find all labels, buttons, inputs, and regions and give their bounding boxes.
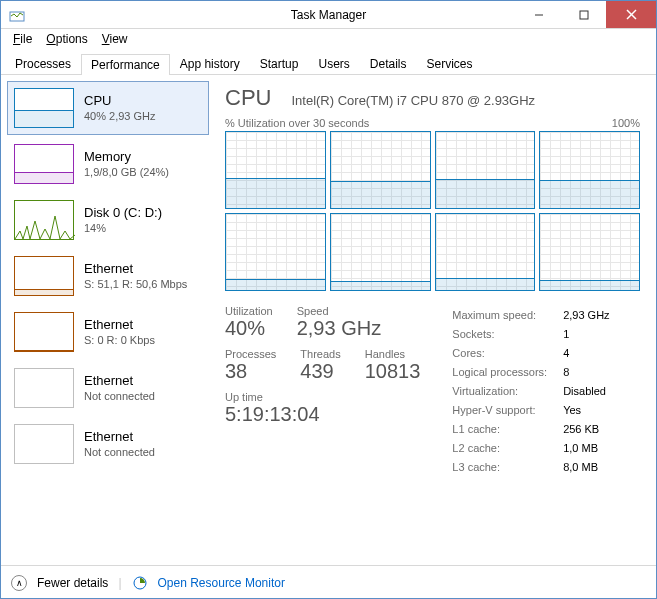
detail-key: L3 cache: xyxy=(452,459,561,476)
detail-key: Sockets: xyxy=(452,326,561,343)
sidebar-item-sub: 40% 2,93 GHz xyxy=(84,109,156,124)
handle-value: 10813 xyxy=(365,360,421,383)
detail-key: Virtualization: xyxy=(452,383,561,400)
sidebar-item-label: Ethernet xyxy=(84,260,187,278)
tab-processes[interactable]: Processes xyxy=(5,53,81,74)
app-icon xyxy=(9,7,25,23)
detail-key: Cores: xyxy=(452,345,561,362)
detail-key: Hyper-V support: xyxy=(452,402,561,419)
sidebar-item-sub: Not connected xyxy=(84,445,155,460)
monitor-icon xyxy=(132,575,148,591)
detail-val: 1,0 MB xyxy=(563,440,609,457)
sidebar-item-ethernet[interactable]: EthernetNot connected xyxy=(7,417,209,471)
titlebar[interactable]: Task Manager xyxy=(1,1,656,29)
tab-services[interactable]: Services xyxy=(417,53,483,74)
maximize-button[interactable] xyxy=(561,1,606,28)
detail-val: Yes xyxy=(563,402,609,419)
detail-val: 1 xyxy=(563,326,609,343)
detail-key: L1 cache: xyxy=(452,421,561,438)
sidebar-item-label: Disk 0 (C: D:) xyxy=(84,204,162,222)
close-button[interactable] xyxy=(606,1,656,28)
sidebar-item-ethernet[interactable]: EthernetS: 0 R: 0 Kbps xyxy=(7,305,209,359)
core-chart xyxy=(539,213,640,291)
cpu-details-table: Maximum speed:2,93 GHzSockets:1Cores:4Lo… xyxy=(450,305,611,478)
sidebar-item-memory[interactable]: Memory1,9/8,0 GB (24%) xyxy=(7,137,209,191)
tab-startup[interactable]: Startup xyxy=(250,53,309,74)
menu-options[interactable]: Options xyxy=(40,30,93,48)
chevron-up-icon[interactable]: ∧ xyxy=(11,575,27,591)
core-chart xyxy=(225,213,326,291)
core-chart xyxy=(435,213,536,291)
handle-label: Handles xyxy=(365,348,421,360)
util-label: Utilization xyxy=(225,305,273,317)
core-chart xyxy=(330,213,431,291)
thread-label: Threads xyxy=(300,348,340,360)
proc-label: Processes xyxy=(225,348,276,360)
uptime-value: 5:19:13:04 xyxy=(225,403,420,426)
util-value: 40% xyxy=(225,317,273,340)
sidebar-item-label: Ethernet xyxy=(84,316,155,334)
cpu-model: Intel(R) Core(TM) i7 CPU 870 @ 2.93GHz xyxy=(291,93,535,108)
thread-value: 439 xyxy=(300,360,340,383)
chart-label-right: 100% xyxy=(612,117,640,129)
sidebar-item-label: Ethernet xyxy=(84,428,155,446)
page-title: CPU xyxy=(225,85,271,111)
detail-key: Maximum speed: xyxy=(452,307,561,324)
sidebar-item-sub: 14% xyxy=(84,221,162,236)
detail-val: 8 xyxy=(563,364,609,381)
sidebar-item-sub: S: 0 R: 0 Kbps xyxy=(84,333,155,348)
tab-app-history[interactable]: App history xyxy=(170,53,250,74)
sidebar-item-sub: 1,9/8,0 GB (24%) xyxy=(84,165,169,180)
sidebar-item-label: CPU xyxy=(84,92,156,110)
bottom-bar: ∧ Fewer details | Open Resource Monitor xyxy=(1,565,656,599)
menu-file[interactable]: File xyxy=(7,30,38,48)
sidebar-item-label: Memory xyxy=(84,148,169,166)
proc-value: 38 xyxy=(225,360,276,383)
sidebar-item-disk-0-c-d-[interactable]: Disk 0 (C: D:)14% xyxy=(7,193,209,247)
detail-key: Logical processors: xyxy=(452,364,561,381)
core-chart xyxy=(435,131,536,209)
menubar: File Options View xyxy=(1,29,656,49)
fewer-details-link[interactable]: Fewer details xyxy=(37,576,108,590)
tab-performance[interactable]: Performance xyxy=(81,54,170,75)
core-chart xyxy=(539,131,640,209)
speed-value: 2,93 GHz xyxy=(297,317,381,340)
core-chart xyxy=(330,131,431,209)
cpu-chart-grid xyxy=(225,131,640,291)
window-title: Task Manager xyxy=(291,8,366,22)
main-panel: CPU Intel(R) Core(TM) i7 CPU 870 @ 2.93G… xyxy=(209,75,656,565)
svg-rect-2 xyxy=(580,11,588,19)
minimize-button[interactable] xyxy=(516,1,561,28)
sidebar: CPU40% 2,93 GHzMemory1,9/8,0 GB (24%)Dis… xyxy=(1,75,209,565)
sidebar-item-ethernet[interactable]: EthernetS: 51,1 R: 50,6 Mbps xyxy=(7,249,209,303)
detail-val: Disabled xyxy=(563,383,609,400)
menu-view[interactable]: View xyxy=(96,30,134,48)
detail-val: 8,0 MB xyxy=(563,459,609,476)
detail-val: 4 xyxy=(563,345,609,362)
sidebar-item-sub: S: 51,1 R: 50,6 Mbps xyxy=(84,277,187,292)
detail-key: L2 cache: xyxy=(452,440,561,457)
open-resource-monitor-link[interactable]: Open Resource Monitor xyxy=(158,576,285,590)
sidebar-item-label: Ethernet xyxy=(84,372,155,390)
detail-val: 256 KB xyxy=(563,421,609,438)
tab-bar: ProcessesPerformanceApp historyStartupUs… xyxy=(1,49,656,75)
tab-users[interactable]: Users xyxy=(308,53,359,74)
uptime-label: Up time xyxy=(225,391,420,403)
core-chart xyxy=(225,131,326,209)
detail-val: 2,93 GHz xyxy=(563,307,609,324)
speed-label: Speed xyxy=(297,305,381,317)
chart-label-left: % Utilization over 30 seconds xyxy=(225,117,369,129)
sidebar-item-cpu[interactable]: CPU40% 2,93 GHz xyxy=(7,81,209,135)
sidebar-item-sub: Not connected xyxy=(84,389,155,404)
tab-details[interactable]: Details xyxy=(360,53,417,74)
sidebar-item-ethernet[interactable]: EthernetNot connected xyxy=(7,361,209,415)
